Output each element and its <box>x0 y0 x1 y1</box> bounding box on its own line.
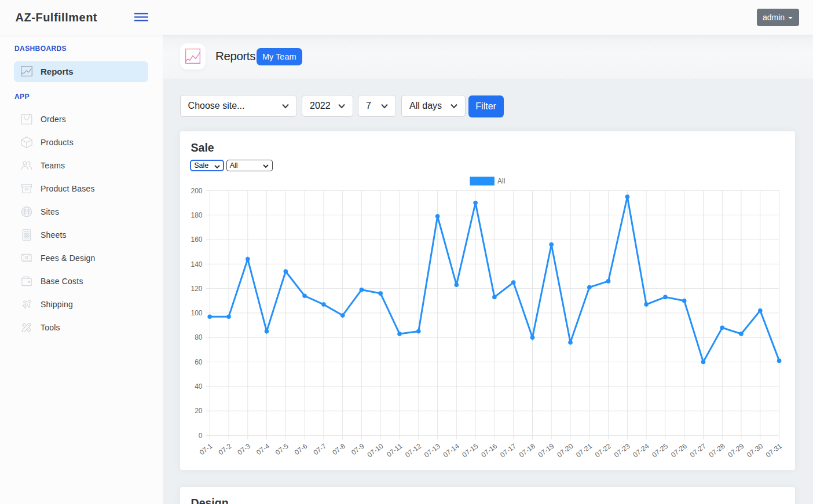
svg-text:180: 180 <box>191 211 202 219</box>
svg-text:07-8: 07-8 <box>331 442 347 457</box>
svg-text:60: 60 <box>195 358 203 366</box>
svg-text:07-25: 07-25 <box>650 442 669 459</box>
svg-text:07-28: 07-28 <box>707 442 726 459</box>
svg-text:07-18: 07-18 <box>517 442 536 459</box>
svg-text:80: 80 <box>195 333 203 341</box>
svg-text:All: All <box>497 177 505 185</box>
svg-text:07-11: 07-11 <box>385 442 404 458</box>
svg-text:07-13: 07-13 <box>423 442 442 459</box>
svg-text:07-4: 07-4 <box>255 442 271 457</box>
svg-text:40: 40 <box>195 382 203 391</box>
svg-text:07-20: 07-20 <box>555 442 574 459</box>
svg-text:07-2: 07-2 <box>217 442 233 457</box>
svg-text:07-27: 07-27 <box>688 442 707 459</box>
svg-text:07-6: 07-6 <box>292 442 309 457</box>
svg-text:07-24: 07-24 <box>631 442 650 459</box>
svg-text:200: 200 <box>191 186 202 194</box>
svg-text:07-10: 07-10 <box>365 442 384 459</box>
svg-text:07-9: 07-9 <box>350 442 366 457</box>
svg-text:07-16: 07-16 <box>479 442 499 459</box>
svg-text:0: 0 <box>198 431 202 439</box>
svg-text:07-23: 07-23 <box>612 442 631 459</box>
svg-text:160: 160 <box>191 236 202 244</box>
svg-text:07-15: 07-15 <box>460 442 479 459</box>
svg-text:07-7: 07-7 <box>312 442 328 457</box>
svg-text:140: 140 <box>191 260 202 268</box>
svg-text:07-3: 07-3 <box>236 442 252 457</box>
svg-text:07-21: 07-21 <box>574 442 594 459</box>
svg-text:07-19: 07-19 <box>536 442 555 459</box>
svg-text:07-12: 07-12 <box>404 442 423 459</box>
svg-text:07-26: 07-26 <box>669 442 689 459</box>
svg-text:07-29: 07-29 <box>726 442 745 459</box>
svg-text:07-17: 07-17 <box>499 442 518 459</box>
svg-text:07-5: 07-5 <box>274 442 290 457</box>
svg-text:07-30: 07-30 <box>745 442 764 459</box>
svg-text:120: 120 <box>191 284 202 292</box>
svg-text:07-31: 07-31 <box>764 442 783 459</box>
svg-text:07-22: 07-22 <box>594 442 613 459</box>
svg-text:20: 20 <box>195 407 203 415</box>
svg-text:07-14: 07-14 <box>441 442 460 459</box>
svg-text:07-1: 07-1 <box>197 442 214 457</box>
svg-text:100: 100 <box>191 309 202 317</box>
